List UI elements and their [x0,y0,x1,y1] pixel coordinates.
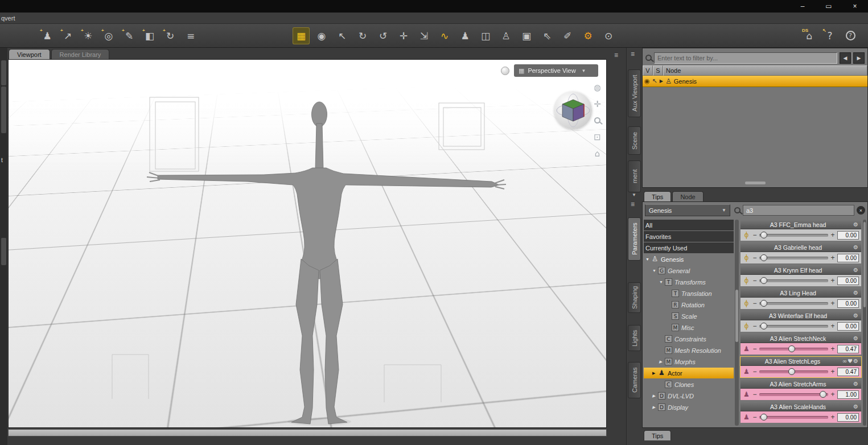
add-light-icon[interactable]: ☀ + [80,27,97,44]
visibility-eye-icon[interactable]: ◉ [644,77,650,85]
parameter-value[interactable]: 0.00 [837,299,859,308]
decrement-button[interactable]: − [752,390,757,398]
param-group-item[interactable]: Favorites [644,231,734,242]
scene-scrollbar-nub[interactable] [745,182,766,184]
increment-button[interactable]: + [830,345,835,353]
view-navigation-cube[interactable] [554,92,592,129]
dock-menu-icon[interactable]: ≡ [631,50,635,58]
history-back-button[interactable]: ◀ [840,52,851,64]
parameter-value[interactable]: 0.47 [837,345,859,353]
parameter-header-icons[interactable]: ⚙ [853,221,859,228]
parameter-value[interactable]: 0.00 [837,277,859,285]
param-group-item[interactable]: ▼ G General [644,265,734,276]
increment-button[interactable]: + [830,413,835,421]
decrement-button[interactable]: − [752,254,757,262]
box-select-icon[interactable]: ▣ [518,27,535,44]
slider-handle[interactable] [760,277,767,284]
pointer-node-icon[interactable]: ⇖ [538,27,556,44]
column-selectable[interactable]: S [653,65,663,76]
sliders-vertical-scrollbar[interactable] [863,220,866,426]
parameter-header-icons[interactable]: ∞♥⚙ [842,358,859,364]
increment-button[interactable]: + [830,390,835,398]
increment-button[interactable]: + [830,277,835,285]
collapsed-pane-handle[interactable] [1,238,6,265]
slider-handle[interactable] [760,300,767,307]
scene-node-genesis[interactable]: ◉ ↖ ▶ ♙ Genesis [643,76,867,87]
add-bone-icon[interactable]: ↗ + [59,27,76,44]
scene-filter-input[interactable] [654,52,837,64]
parameter-header-icons[interactable]: ⚙ [853,290,859,296]
minimize-button[interactable]: – [789,0,816,13]
pan-dolly-icon[interactable]: ✛ [594,99,601,109]
slider-track[interactable] [759,370,828,373]
param-group-item[interactable]: All [644,220,734,230]
param-group-item[interactable]: R Rotation [644,299,734,310]
align-icon[interactable]: ≡ [182,27,199,44]
draw-style-sphere-icon[interactable] [501,67,509,75]
parameter-value[interactable]: 0.00 [837,231,859,240]
surface-tool-icon[interactable]: ◫ [477,27,494,44]
snap-grid-icon[interactable]: ▦ [293,27,310,44]
param-group-item[interactable]: T Translation [644,288,734,299]
parameter-header-icons[interactable]: ⚙ [853,312,859,319]
collapsed-pane-handle[interactable] [1,60,6,85]
decrement-button[interactable]: − [752,345,757,353]
node-selector-dropdown[interactable]: Genesis ▼ [645,204,730,216]
nav-vertical-scrollbar[interactable] [735,220,739,426]
active-pose-icon[interactable]: ∿ [436,27,453,44]
param-group-item[interactable]: M Mesh Resolution [644,345,734,356]
add-plane-icon[interactable]: ◧ + [141,27,158,44]
add-figure-icon[interactable]: ♟ + [39,27,56,44]
frame-view-icon[interactable]: ⊡ [594,132,601,142]
add-null-icon[interactable]: ↻ + [162,27,179,44]
dock-scroll-arrow-icon[interactable]: ▼ [632,192,636,197]
tab-node[interactable]: Node [672,191,703,201]
slider-handle[interactable] [788,368,795,375]
side-tab-cameras[interactable]: Cameras [628,362,641,398]
expander-icon[interactable]: ▶ [659,360,665,364]
expander-icon[interactable]: ▼ [659,280,665,284]
parameters-search-input[interactable] [743,205,854,216]
decrement-button[interactable]: − [752,322,757,330]
slider-track[interactable] [759,393,828,396]
clear-search-button[interactable]: × [857,206,865,215]
increment-button[interactable]: + [830,254,835,262]
param-group-item[interactable]: ▶ M Morphs [644,356,734,367]
increment-button[interactable]: + [830,368,835,376]
column-visibility[interactable]: V [643,65,653,76]
side-tab-scene[interactable]: Scene [628,126,641,155]
decrement-button[interactable]: − [752,413,757,421]
tab-render-library[interactable]: Render Library [51,49,110,59]
parameter-header-icons[interactable]: ⚙ [853,244,859,250]
add-camera-icon[interactable]: ◎ + [100,27,117,44]
slider-handle[interactable] [760,323,767,329]
side-tab-parameters[interactable]: Parameters [628,217,641,261]
param-group-item[interactable]: Currently Used [644,242,734,253]
side-tab-shaping[interactable]: Shaping [628,282,641,313]
parameter-value[interactable]: 1.00 [837,390,859,399]
help-icon[interactable]: ? [842,27,859,44]
zoom-icon[interactable] [594,116,600,126]
parameter-header-icons[interactable]: ⚙ [853,267,859,273]
whats-this-icon[interactable]: ? ↖ [821,27,838,44]
slider-handle[interactable] [760,414,767,421]
figure-select-icon[interactable]: ♙ [497,27,515,44]
joint-editor-icon[interactable]: ◉ [313,27,330,44]
dock-menu-icon[interactable]: ≡ [631,200,635,208]
node-selection-icon[interactable]: ↖ [334,27,351,44]
decrement-button[interactable]: − [752,277,757,285]
parameter-value[interactable]: 0.00 [837,254,859,262]
viewport-pane-menu-icon[interactable]: ≡ [614,51,618,59]
decrement-button[interactable]: − [752,368,757,376]
slider-track[interactable] [759,348,828,351]
expander-icon[interactable]: ▶ [652,405,658,410]
render-camera-icon[interactable]: ⊙ [600,27,617,44]
parameter-header-icons[interactable]: ⚙ [853,381,859,387]
rotate-tool-icon[interactable]: ↻ [354,27,371,44]
column-node[interactable]: Node [663,65,867,76]
history-forward-button[interactable]: ▶ [853,52,865,64]
increment-button[interactable]: + [830,231,835,239]
side-tab-aux-viewport[interactable]: Aux Viewport [628,69,641,117]
parameter-header-icons[interactable]: ⚙ [853,335,859,341]
slider-handle[interactable] [760,232,767,238]
